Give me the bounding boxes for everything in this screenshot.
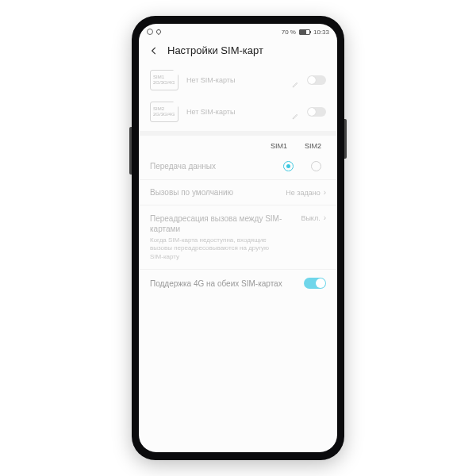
row-dual-4g[interactable]: Поддержка 4G на обеих SIM-картах bbox=[139, 270, 337, 297]
edit-icon[interactable] bbox=[292, 109, 299, 116]
value-text: Выкл. bbox=[301, 214, 320, 222]
row-value: Не задано › bbox=[286, 188, 326, 197]
phone-frame: 70 % 10:33 Настройки SIM-карт SIM1 2G/3G… bbox=[132, 16, 344, 460]
screen: 70 % 10:33 Настройки SIM-карт SIM1 2G/3G… bbox=[139, 24, 337, 452]
sim-column-headers: SIM1 SIM2 bbox=[139, 136, 337, 153]
sim-name: SIM1 bbox=[153, 75, 175, 80]
edit-icon[interactable] bbox=[292, 77, 299, 84]
sim-status: Нет SIM-карты bbox=[186, 76, 284, 84]
radio-sim1[interactable] bbox=[283, 161, 294, 171]
row-call-forward[interactable]: Переадресация вызова между SIM-картами В… bbox=[139, 205, 337, 270]
row-default-calls[interactable]: Вызовы по умолчанию Не задано › bbox=[139, 180, 337, 205]
sim-toggle[interactable] bbox=[307, 107, 326, 117]
chevron-right-icon: › bbox=[324, 188, 326, 197]
sim-slot-1[interactable]: SIM1 2G/3G/4G Нет SIM-карты bbox=[139, 64, 337, 96]
status-bar: 70 % 10:33 bbox=[139, 24, 337, 40]
chevron-right-icon: › bbox=[324, 213, 326, 222]
content: SIM1 2G/3G/4G Нет SIM-карты SIM2 2G/3G/4… bbox=[139, 64, 337, 452]
battery-percent: 70 % bbox=[282, 29, 296, 36]
row-label: Переадресация вызова между SIM-картами bbox=[150, 213, 301, 234]
sim-status: Нет SIM-карты bbox=[186, 108, 284, 116]
sim-toggle[interactable] bbox=[307, 75, 326, 85]
radio-sim2[interactable] bbox=[311, 161, 321, 171]
battery-icon bbox=[299, 29, 310, 35]
title-bar: Настройки SIM-карт bbox=[139, 40, 337, 64]
sim-name: SIM2 bbox=[153, 106, 175, 112]
radio-group bbox=[283, 161, 326, 171]
clock: 10:33 bbox=[313, 29, 329, 36]
sim-net: 2G/3G/4G bbox=[153, 112, 175, 117]
row-description: Когда SIM-карта недоступна, входящие выз… bbox=[150, 236, 277, 261]
back-icon[interactable] bbox=[148, 45, 159, 56]
row-label: Поддержка 4G на обеих SIM-картах bbox=[150, 279, 304, 288]
alarm-icon bbox=[147, 29, 153, 35]
toggle-on[interactable] bbox=[304, 278, 326, 289]
sim-net: 2G/3G/4G bbox=[153, 80, 175, 86]
row-label: Вызовы по умолчанию bbox=[150, 188, 286, 197]
location-icon bbox=[155, 29, 162, 35]
col-sim1: SIM1 bbox=[271, 142, 287, 150]
value-text: Не задано bbox=[286, 189, 320, 197]
sim-card-icon: SIM2 2G/3G/4G bbox=[150, 102, 178, 122]
sim-slot-2[interactable]: SIM2 2G/3G/4G Нет SIM-карты bbox=[139, 96, 337, 128]
sim-card-icon: SIM1 2G/3G/4G bbox=[150, 70, 178, 90]
page-title: Настройки SIM-карт bbox=[167, 44, 263, 56]
row-value: Выкл. › bbox=[301, 213, 326, 222]
row-data-transfer[interactable]: Передача данных bbox=[139, 153, 337, 180]
row-label: Передача данных bbox=[150, 162, 283, 171]
col-sim2: SIM2 bbox=[305, 142, 321, 150]
